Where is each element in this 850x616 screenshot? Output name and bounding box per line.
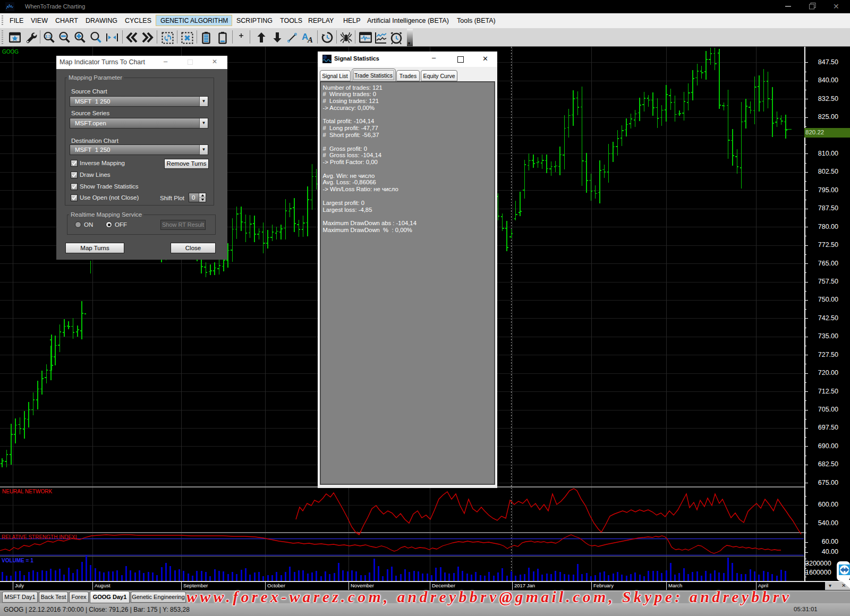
svg-text:A: A: [307, 36, 313, 44]
svg-text:1:1: 1:1: [45, 34, 52, 39]
